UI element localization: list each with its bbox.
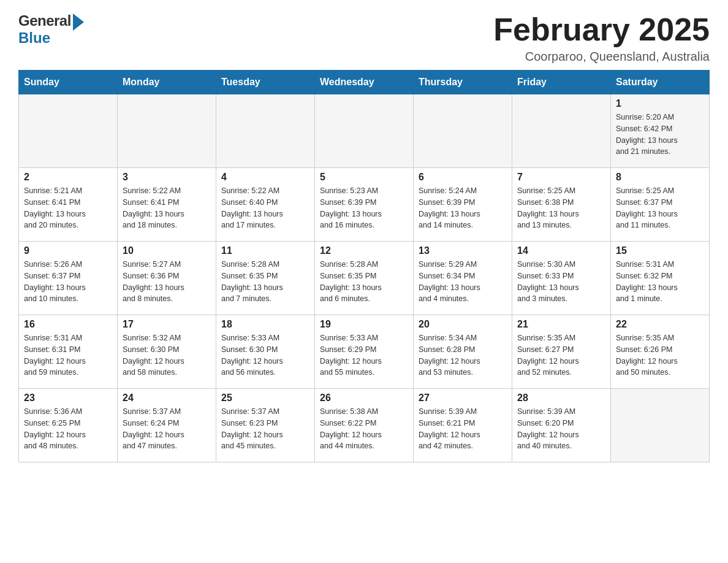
day-number: 19 <box>320 319 408 330</box>
day-info: Sunrise: 5:28 AM Sunset: 6:35 PM Dayligh… <box>320 259 408 305</box>
logo-arrow-icon <box>73 13 84 31</box>
day-number: 1 <box>616 98 704 109</box>
day-info: Sunrise: 5:24 AM Sunset: 6:39 PM Dayligh… <box>419 185 507 231</box>
day-info: Sunrise: 5:31 AM Sunset: 6:32 PM Dayligh… <box>616 259 704 305</box>
day-info: Sunrise: 5:35 AM Sunset: 6:26 PM Dayligh… <box>616 332 704 378</box>
day-number: 3 <box>123 172 211 183</box>
calendar-cell <box>19 94 118 168</box>
month-title: February 2025 <box>493 12 710 47</box>
calendar-cell <box>118 94 216 168</box>
day-info: Sunrise: 5:36 AM Sunset: 6:25 PM Dayligh… <box>24 406 112 452</box>
calendar-cell: 4Sunrise: 5:22 AM Sunset: 6:40 PM Daylig… <box>216 168 315 242</box>
calendar-cell: 18Sunrise: 5:33 AM Sunset: 6:30 PM Dayli… <box>216 315 315 389</box>
calendar-cell <box>216 94 315 168</box>
calendar-cell: 25Sunrise: 5:37 AM Sunset: 6:23 PM Dayli… <box>216 389 315 462</box>
calendar-week-1: 1Sunrise: 5:20 AM Sunset: 6:42 PM Daylig… <box>19 94 710 168</box>
day-number: 11 <box>221 245 309 256</box>
day-info: Sunrise: 5:37 AM Sunset: 6:23 PM Dayligh… <box>221 406 309 452</box>
calendar-cell <box>414 94 512 168</box>
calendar-cell <box>315 94 414 168</box>
day-number: 26 <box>320 393 408 404</box>
calendar-cell: 19Sunrise: 5:33 AM Sunset: 6:29 PM Dayli… <box>315 315 414 389</box>
day-info: Sunrise: 5:37 AM Sunset: 6:24 PM Dayligh… <box>123 406 211 452</box>
calendar-cell: 2Sunrise: 5:21 AM Sunset: 6:41 PM Daylig… <box>19 168 118 242</box>
page-header: General Blue February 2025 Coorparoo, Qu… <box>18 12 710 64</box>
logo: General Blue <box>18 12 84 47</box>
calendar-cell: 6Sunrise: 5:24 AM Sunset: 6:39 PM Daylig… <box>414 168 512 242</box>
calendar-cell: 24Sunrise: 5:37 AM Sunset: 6:24 PM Dayli… <box>118 389 216 462</box>
day-number: 10 <box>123 245 211 256</box>
calendar-cell: 27Sunrise: 5:39 AM Sunset: 6:21 PM Dayli… <box>414 389 512 462</box>
day-number: 18 <box>221 319 309 330</box>
calendar-cell: 13Sunrise: 5:29 AM Sunset: 6:34 PM Dayli… <box>414 242 512 315</box>
calendar-cell: 16Sunrise: 5:31 AM Sunset: 6:31 PM Dayli… <box>19 315 118 389</box>
calendar-week-2: 2Sunrise: 5:21 AM Sunset: 6:41 PM Daylig… <box>19 168 710 242</box>
calendar-cell: 22Sunrise: 5:35 AM Sunset: 6:26 PM Dayli… <box>611 315 710 389</box>
day-info: Sunrise: 5:33 AM Sunset: 6:30 PM Dayligh… <box>221 332 309 378</box>
day-number: 25 <box>221 393 309 404</box>
day-number: 5 <box>320 172 408 183</box>
logo-blue-text: Blue <box>18 29 50 47</box>
day-info: Sunrise: 5:34 AM Sunset: 6:28 PM Dayligh… <box>419 332 507 378</box>
title-area: February 2025 Coorparoo, Queensland, Aus… <box>493 12 710 64</box>
day-number: 15 <box>616 245 704 256</box>
location-label: Coorparoo, Queensland, Australia <box>493 50 710 64</box>
calendar-cell: 5Sunrise: 5:23 AM Sunset: 6:39 PM Daylig… <box>315 168 414 242</box>
day-number: 23 <box>24 393 112 404</box>
calendar-cell: 21Sunrise: 5:35 AM Sunset: 6:27 PM Dayli… <box>512 315 611 389</box>
day-number: 17 <box>123 319 211 330</box>
col-friday: Friday <box>512 71 611 94</box>
logo-general-text: General <box>18 12 71 29</box>
col-thursday: Thursday <box>414 71 512 94</box>
calendar-cell: 3Sunrise: 5:22 AM Sunset: 6:41 PM Daylig… <box>118 168 216 242</box>
calendar-week-3: 9Sunrise: 5:26 AM Sunset: 6:37 PM Daylig… <box>19 242 710 315</box>
calendar-cell: 11Sunrise: 5:28 AM Sunset: 6:35 PM Dayli… <box>216 242 315 315</box>
day-info: Sunrise: 5:33 AM Sunset: 6:29 PM Dayligh… <box>320 332 408 378</box>
calendar-cell: 7Sunrise: 5:25 AM Sunset: 6:38 PM Daylig… <box>512 168 611 242</box>
day-number: 7 <box>517 172 605 183</box>
day-info: Sunrise: 5:25 AM Sunset: 6:38 PM Dayligh… <box>517 185 605 231</box>
day-info: Sunrise: 5:39 AM Sunset: 6:20 PM Dayligh… <box>517 406 605 452</box>
calendar-cell: 15Sunrise: 5:31 AM Sunset: 6:32 PM Dayli… <box>611 242 710 315</box>
calendar-cell <box>512 94 611 168</box>
calendar-cell: 23Sunrise: 5:36 AM Sunset: 6:25 PM Dayli… <box>19 389 118 462</box>
day-info: Sunrise: 5:31 AM Sunset: 6:31 PM Dayligh… <box>24 332 112 378</box>
day-info: Sunrise: 5:28 AM Sunset: 6:35 PM Dayligh… <box>221 259 309 305</box>
day-number: 12 <box>320 245 408 256</box>
calendar-cell: 20Sunrise: 5:34 AM Sunset: 6:28 PM Dayli… <box>414 315 512 389</box>
calendar-cell: 12Sunrise: 5:28 AM Sunset: 6:35 PM Dayli… <box>315 242 414 315</box>
col-saturday: Saturday <box>611 71 710 94</box>
day-info: Sunrise: 5:21 AM Sunset: 6:41 PM Dayligh… <box>24 185 112 231</box>
day-info: Sunrise: 5:29 AM Sunset: 6:34 PM Dayligh… <box>419 259 507 305</box>
calendar-week-5: 23Sunrise: 5:36 AM Sunset: 6:25 PM Dayli… <box>19 389 710 462</box>
day-info: Sunrise: 5:20 AM Sunset: 6:42 PM Dayligh… <box>616 112 704 158</box>
calendar-cell: 9Sunrise: 5:26 AM Sunset: 6:37 PM Daylig… <box>19 242 118 315</box>
day-number: 4 <box>221 172 309 183</box>
col-sunday: Sunday <box>19 71 118 94</box>
day-number: 16 <box>24 319 112 330</box>
day-number: 27 <box>419 393 507 404</box>
calendar-week-4: 16Sunrise: 5:31 AM Sunset: 6:31 PM Dayli… <box>19 315 710 389</box>
day-number: 6 <box>419 172 507 183</box>
day-number: 2 <box>24 172 112 183</box>
day-info: Sunrise: 5:26 AM Sunset: 6:37 PM Dayligh… <box>24 259 112 305</box>
col-tuesday: Tuesday <box>216 71 315 94</box>
calendar-cell: 17Sunrise: 5:32 AM Sunset: 6:30 PM Dayli… <box>118 315 216 389</box>
day-info: Sunrise: 5:27 AM Sunset: 6:36 PM Dayligh… <box>123 259 211 305</box>
col-monday: Monday <box>118 71 216 94</box>
col-wednesday: Wednesday <box>315 71 414 94</box>
day-number: 21 <box>517 319 605 330</box>
day-number: 9 <box>24 245 112 256</box>
day-info: Sunrise: 5:25 AM Sunset: 6:37 PM Dayligh… <box>616 185 704 231</box>
day-number: 28 <box>517 393 605 404</box>
day-number: 22 <box>616 319 704 330</box>
day-info: Sunrise: 5:22 AM Sunset: 6:40 PM Dayligh… <box>221 185 309 231</box>
day-info: Sunrise: 5:22 AM Sunset: 6:41 PM Dayligh… <box>123 185 211 231</box>
calendar-cell: 8Sunrise: 5:25 AM Sunset: 6:37 PM Daylig… <box>611 168 710 242</box>
day-number: 8 <box>616 172 704 183</box>
calendar-cell: 14Sunrise: 5:30 AM Sunset: 6:33 PM Dayli… <box>512 242 611 315</box>
day-info: Sunrise: 5:35 AM Sunset: 6:27 PM Dayligh… <box>517 332 605 378</box>
calendar-cell: 28Sunrise: 5:39 AM Sunset: 6:20 PM Dayli… <box>512 389 611 462</box>
day-number: 20 <box>419 319 507 330</box>
calendar-cell: 10Sunrise: 5:27 AM Sunset: 6:36 PM Dayli… <box>118 242 216 315</box>
